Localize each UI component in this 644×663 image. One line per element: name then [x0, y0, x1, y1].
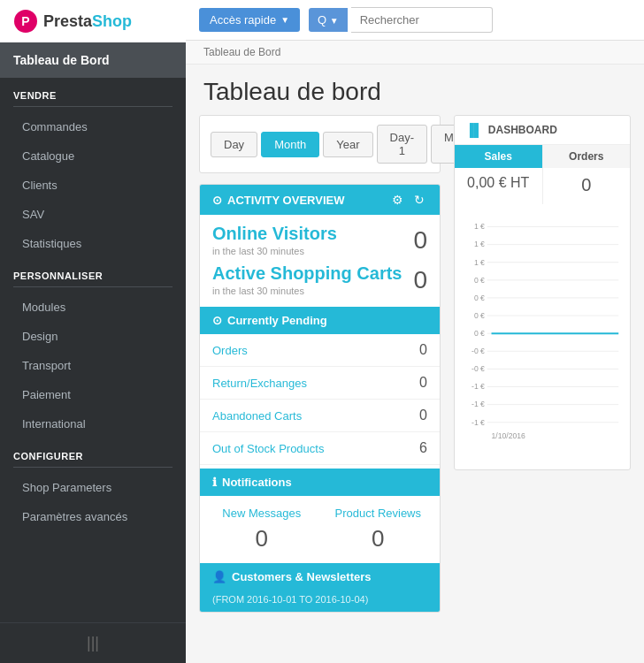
sidebar-item-catalogue[interactable]: Catalogue: [0, 141, 186, 171]
logo-text: PrestaShop: [43, 12, 132, 31]
activity-overview-header: ⊙ ACTIVITY OVERVIEW ⚙ ↻: [200, 185, 440, 215]
svg-text:1 €: 1 €: [474, 222, 485, 231]
pending-out-of-stock-link[interactable]: Out of Stock Products: [212, 442, 324, 455]
sidebar-item-statistiques[interactable]: Statistiques: [0, 229, 186, 258]
right-panel: ▐▌ DASHBOARD Sales 0,00 € HT Orders 0: [454, 115, 631, 650]
page-title: Tableau de bord: [203, 78, 626, 106]
svg-text:-1 €: -1 €: [472, 382, 485, 391]
clock-icon: ⊙: [212, 194, 222, 207]
topbar-search-group: Q ▼: [309, 7, 493, 33]
tab-year[interactable]: Year: [323, 132, 372, 157]
pending-row-out-of-stock: Out of Stock Products 6: [200, 432, 440, 465]
tab-day[interactable]: Day: [211, 132, 257, 157]
barchart-icon: ▐▌: [465, 123, 483, 137]
new-messages-link[interactable]: New Messages: [212, 507, 311, 520]
sidebar-collapse-button[interactable]: |||: [0, 622, 186, 663]
activity-overview-card: ⊙ ACTIVITY OVERVIEW ⚙ ↻: [199, 184, 441, 613]
online-visitors-stat: Online Visitors in the last 30 minutes 0: [200, 215, 440, 260]
orders-col-label: Orders: [543, 145, 631, 168]
sidebar-item-sav[interactable]: SAV: [0, 200, 186, 229]
product-reviews-link[interactable]: Product Reviews: [329, 507, 428, 520]
page-header: Tableau de bord: [186, 65, 644, 115]
online-visitors-label: Online Visitors: [212, 224, 337, 244]
search-dropdown-button[interactable]: Q ▼: [309, 8, 348, 32]
sidebar-logo: P PrestaShop: [0, 0, 186, 42]
sidebar-item-modules[interactable]: Modules: [0, 293, 186, 322]
sidebar-section-personnaliser: PERSONNALISER Modules Design Transport P…: [0, 258, 186, 438]
svg-text:-1 €: -1 €: [472, 400, 485, 409]
clock-icon-pending: ⊙: [212, 314, 222, 327]
online-visitors-sub: in the last 30 minutes: [212, 246, 337, 256]
prestashop-logo-icon: P: [13, 9, 38, 34]
sidebar-item-shop-params[interactable]: Shop Parameters: [0, 473, 186, 502]
tab-bar: Day Month Year Day-1 Month-1 Year-1: [199, 115, 441, 173]
svg-text:0 €: 0 €: [474, 311, 485, 320]
svg-text:0 €: 0 €: [474, 329, 485, 338]
collapse-icon: |||: [87, 634, 99, 652]
pending-abandoned-carts-value: 0: [419, 408, 427, 423]
user-icon: 👤: [212, 570, 226, 583]
svg-text:0 €: 0 €: [474, 293, 485, 302]
pending-abandoned-carts-link[interactable]: Abandoned Carts: [212, 409, 302, 423]
breadcrumb: Tableau de Bord: [186, 41, 644, 65]
sidebar-section-configurer: CONFIGURER Shop Parameters Paramètres av…: [0, 438, 186, 531]
sales-col-value: 0,00 € HT: [462, 175, 535, 191]
sidebar-item-clients[interactable]: Clients: [0, 171, 186, 200]
notifications-title: Notifications: [222, 476, 292, 489]
svg-text:0 €: 0 €: [474, 276, 485, 285]
sidebar-item-design[interactable]: Design: [0, 322, 186, 351]
dashboard-cols: Sales 0,00 € HT Orders 0: [455, 145, 630, 204]
info-icon: ℹ: [212, 476, 217, 489]
tab-day-1[interactable]: Day-1: [377, 125, 427, 164]
currently-pending-header: ⊙ Currently Pending: [200, 307, 440, 334]
currently-pending-title: Currently Pending: [227, 314, 327, 327]
pending-returns-link[interactable]: Return/Exchanges: [212, 377, 307, 390]
pending-orders-link[interactable]: Orders: [212, 344, 248, 357]
settings-button[interactable]: ⚙: [389, 193, 406, 207]
sidebar-item-paiement[interactable]: Paiement: [0, 380, 186, 409]
sidebar-item-commandes[interactable]: Commandes: [0, 112, 186, 141]
tab-month[interactable]: Month: [261, 132, 319, 157]
sidebar-item-params-avances[interactable]: Paramètres avancés: [0, 502, 186, 531]
left-panel: Day Month Year Day-1 Month-1 Year-1 ⊙ AC…: [199, 115, 441, 650]
sales-col-label: Sales: [455, 145, 542, 168]
notifications-body: New Messages 0 Product Reviews 0: [200, 496, 440, 563]
gear-icon: ⚙: [392, 193, 403, 207]
new-messages-value: 0: [212, 525, 311, 552]
pending-row-returns: Return/Exchanges 0: [200, 367, 440, 400]
sidebar-item-transport[interactable]: Transport: [0, 351, 186, 380]
svg-text:P: P: [21, 14, 29, 28]
active-carts-stat: Active Shopping Carts in the last 30 min…: [200, 260, 440, 303]
sidebar-section-label-vendre: VENDRE: [0, 78, 186, 112]
dashboard-col-sales: Sales 0,00 € HT: [455, 145, 543, 204]
active-carts-value: 0: [413, 266, 427, 294]
svg-text:-1 €: -1 €: [472, 418, 485, 427]
product-reviews-value: 0: [329, 525, 428, 552]
pending-row-abandoned-carts: Abandoned Carts 0: [200, 400, 440, 432]
sidebar-item-international[interactable]: International: [0, 409, 186, 438]
dashboard-title: DASHBOARD: [488, 124, 557, 136]
activity-overview-header-left: ⊙ ACTIVITY OVERVIEW: [212, 194, 344, 207]
pending-orders-value: 0: [419, 342, 427, 358]
svg-text:1 €: 1 €: [474, 258, 485, 267]
sidebar-section-vendre: VENDRE Commandes Catalogue Clients SAV S…: [0, 78, 186, 258]
notification-reviews: Product Reviews 0: [329, 507, 428, 552]
svg-text:-0 €: -0 €: [472, 364, 485, 373]
sidebar-section-label-personnaliser: PERSONNALISER: [0, 258, 186, 293]
topbar: Accès rapide ▼ Q ▼: [186, 0, 644, 41]
dashboard-card: ▐▌ DASHBOARD Sales 0,00 € HT Orders 0: [454, 115, 631, 470]
search-input[interactable]: [351, 7, 493, 33]
pending-returns-value: 0: [419, 375, 427, 391]
customers-newsletters-header: 👤 Customers & Newsletters: [200, 563, 440, 591]
online-visitors-value: 0: [413, 226, 427, 255]
sidebar-item-dashboard[interactable]: Tableau de Bord: [0, 42, 186, 78]
notifications-header: ℹ Notifications: [200, 469, 440, 496]
active-carts-label: Active Shopping Carts: [212, 263, 402, 284]
refresh-button[interactable]: ↻: [411, 193, 427, 207]
quickaccess-button[interactable]: Accès rapide ▼: [199, 8, 300, 32]
notification-messages: New Messages 0: [212, 507, 311, 552]
chart-area: 1 € 1 € 1 € 0 € 0 € 0 € 0 €: [455, 204, 630, 469]
sales-chart: 1 € 1 € 1 € 0 € 0 € 0 € 0 €: [462, 211, 623, 462]
content-area: Day Month Year Day-1 Month-1 Year-1 ⊙ AC…: [186, 115, 644, 663]
pending-out-of-stock-value: 6: [419, 440, 427, 456]
